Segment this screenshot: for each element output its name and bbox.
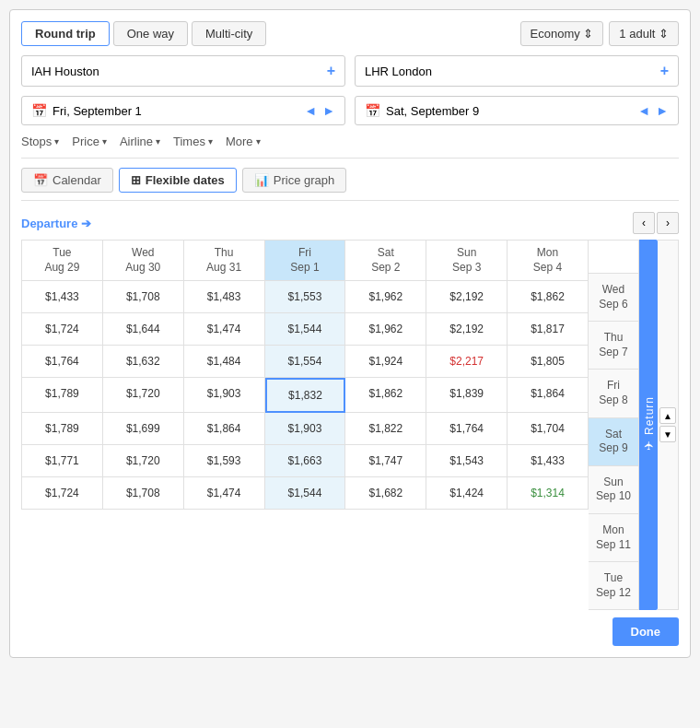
- price-cell[interactable]: $1,704: [508, 413, 589, 445]
- trip-btn-oneway[interactable]: One way: [113, 21, 188, 46]
- price-cell[interactable]: $1,543: [426, 445, 508, 477]
- price-cell[interactable]: $1,644: [103, 313, 184, 346]
- price-cell[interactable]: $1,433: [508, 445, 589, 477]
- table-row: $1,433$1,708$1,483$1,553$1,962$2,192$1,8…: [21, 281, 589, 313]
- price-cell[interactable]: $1,747: [345, 445, 426, 477]
- price-filter[interactable]: Price ▾: [72, 135, 107, 148]
- price-cell[interactable]: $1,720: [103, 445, 184, 477]
- table-row: $1,764$1,632$1,484$1,554$1,924$2,217$1,8…: [21, 346, 589, 378]
- main-grid: TueAug 29WedAug 30ThuAug 31FriSep 1SatSe…: [21, 240, 589, 610]
- more-filter[interactable]: More ▾: [226, 135, 261, 148]
- pricegraph-icon: 📊: [254, 173, 269, 187]
- price-cell[interactable]: $1,903: [184, 378, 265, 413]
- return-vertical-label: ✈ Return: [642, 396, 656, 453]
- price-cell[interactable]: $1,924: [345, 346, 426, 378]
- view-tabs: 📅 Calendar ⊞ Flexible dates 📊 Price grap…: [21, 168, 679, 201]
- depart-next-arrow[interactable]: ►: [322, 103, 335, 118]
- price-cell[interactable]: $1,632: [103, 346, 184, 378]
- price-cell[interactable]: $1,864: [508, 378, 589, 413]
- airline-filter[interactable]: Airline ▾: [120, 135, 160, 148]
- price-cell[interactable]: $1,789: [22, 413, 103, 445]
- price-cell[interactable]: $1,474: [184, 477, 265, 510]
- price-cell[interactable]: $1,663: [265, 445, 346, 477]
- price-cell[interactable]: $1,822: [345, 413, 426, 445]
- price-cell[interactable]: $1,864: [184, 413, 265, 445]
- price-cell[interactable]: $1,805: [508, 346, 589, 378]
- price-cell[interactable]: $1,862: [508, 281, 589, 313]
- price-cell[interactable]: $1,708: [103, 281, 184, 313]
- grid-section: Departure ➔ ‹ › TueAug 29WedAug 30ThuAug…: [21, 212, 679, 646]
- price-cell[interactable]: $1,544: [265, 477, 346, 510]
- price-cell[interactable]: $2,192: [426, 313, 508, 346]
- price-cell[interactable]: $1,724: [22, 313, 103, 346]
- price-cell[interactable]: $1,699: [103, 413, 184, 445]
- price-cell[interactable]: $1,862: [345, 378, 426, 413]
- grid-next-btn[interactable]: ›: [657, 212, 679, 234]
- return-row-header: FriSep 8: [589, 370, 639, 417]
- origin-input[interactable]: IAH Houston +: [21, 55, 345, 87]
- price-cell[interactable]: $1,817: [508, 313, 589, 346]
- price-cell[interactable]: $1,962: [345, 313, 426, 346]
- stops-filter[interactable]: Stops ▾: [21, 135, 59, 148]
- filters-row: Stops ▾ Price ▾ Airline ▾ Times ▾ More ▾: [21, 135, 679, 159]
- price-cell[interactable]: $1,484: [184, 346, 265, 378]
- price-cell[interactable]: $1,554: [265, 346, 346, 378]
- grid-prev-btn[interactable]: ‹: [633, 212, 655, 234]
- price-cell[interactable]: $1,424: [426, 477, 508, 510]
- return-vertical-label-col: ✈ Return: [639, 240, 658, 610]
- col-header: TueAug 29: [22, 241, 103, 281]
- origin-plus-icon: +: [327, 63, 335, 79]
- plane-icon: ✈: [641, 440, 656, 453]
- nav-buttons: ‹ ›: [633, 212, 679, 234]
- times-filter[interactable]: Times ▾: [173, 135, 213, 148]
- price-cell[interactable]: $1,771: [22, 445, 103, 477]
- price-cell[interactable]: $1,720: [103, 378, 184, 413]
- tab-flexible[interactable]: ⊞ Flexible dates: [119, 168, 237, 193]
- trip-btn-multicity[interactable]: Multi-city: [192, 21, 266, 46]
- price-cell[interactable]: $1,708: [103, 477, 184, 510]
- col-header: MonSep 4: [508, 241, 589, 281]
- col-header: SunSep 3: [426, 241, 508, 281]
- price-cell[interactable]: $1,832: [265, 378, 346, 413]
- pax-select[interactable]: 1 adult ⇕: [609, 21, 679, 46]
- depart-cal-icon: 📅: [31, 103, 47, 118]
- return-next-arrow[interactable]: ►: [656, 103, 669, 118]
- price-cell[interactable]: $1,474: [184, 313, 265, 346]
- price-cell[interactable]: $1,764: [22, 346, 103, 378]
- calendar-icon: 📅: [33, 173, 48, 187]
- price-cell[interactable]: $2,192: [426, 281, 508, 313]
- return-prev-arrow[interactable]: ◄: [637, 103, 650, 118]
- price-cell[interactable]: $1,433: [22, 281, 103, 313]
- price-cell[interactable]: $1,544: [265, 313, 346, 346]
- price-cell[interactable]: $1,903: [265, 413, 346, 445]
- price-cell[interactable]: $1,682: [345, 477, 426, 510]
- price-cell[interactable]: $1,314: [508, 477, 589, 510]
- scroll-down-btn[interactable]: ▼: [659, 426, 676, 442]
- depart-prev-arrow[interactable]: ◄: [304, 103, 317, 118]
- tab-calendar[interactable]: 📅 Calendar: [21, 168, 113, 193]
- cabin-select[interactable]: Economy ⇕: [520, 21, 604, 46]
- depart-date-box[interactable]: 📅 Fri, September 1 ◄ ►: [21, 96, 345, 125]
- price-cell[interactable]: $1,962: [345, 281, 426, 313]
- price-cell[interactable]: $1,724: [22, 477, 103, 510]
- price-cell[interactable]: $1,483: [184, 281, 265, 313]
- return-row-headers: WedSep 6ThuSep 7FriSep 8SatSep 9SunSep 1…: [589, 240, 639, 610]
- destination-input[interactable]: LHR London +: [355, 55, 679, 87]
- done-button[interactable]: Done: [612, 617, 680, 646]
- price-cell[interactable]: $1,593: [184, 445, 265, 477]
- price-cell[interactable]: $1,764: [426, 413, 508, 445]
- col-header: SatSep 2: [345, 241, 426, 281]
- table-row: $1,724$1,708$1,474$1,544$1,682$1,424$1,3…: [21, 477, 589, 510]
- grid-header-row: Departure ➔ ‹ ›: [21, 212, 679, 234]
- return-date-box[interactable]: 📅 Sat, September 9 ◄ ►: [355, 96, 679, 125]
- trip-type-group: Round trip One way Multi-city: [21, 21, 266, 46]
- price-cell[interactable]: $1,839: [426, 378, 508, 413]
- price-cell[interactable]: $2,217: [426, 346, 508, 378]
- price-cell[interactable]: $1,789: [22, 378, 103, 413]
- trip-btn-roundtrip[interactable]: Round trip: [21, 21, 110, 46]
- departure-arrow-icon: ➔: [81, 217, 91, 230]
- price-cell[interactable]: $1,553: [265, 281, 346, 313]
- tab-pricegraph[interactable]: 📊 Price graph: [242, 168, 346, 193]
- col-headers: TueAug 29WedAug 30ThuAug 31FriSep 1SatSe…: [21, 240, 589, 281]
- scroll-up-btn[interactable]: ▲: [659, 407, 676, 424]
